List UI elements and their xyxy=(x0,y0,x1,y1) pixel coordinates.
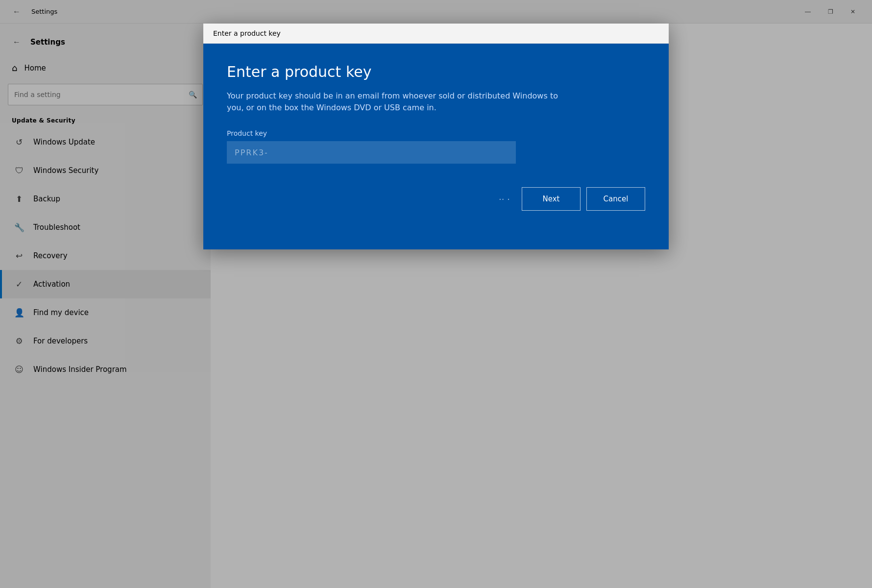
modal-titlebar: Enter a product key xyxy=(203,24,669,44)
modal-footer: ·· · Next Cancel xyxy=(227,187,645,211)
modal-desc: Your product key should be in an email f… xyxy=(227,90,560,114)
cancel-button[interactable]: Cancel xyxy=(586,187,645,211)
product-key-input[interactable] xyxy=(227,141,516,164)
modal-container: Enter a product key Enter a product key … xyxy=(203,24,669,249)
modal-title: Enter a product key xyxy=(227,63,645,80)
modal-body: Enter a product key Your product key sho… xyxy=(203,44,669,249)
next-button[interactable]: Next xyxy=(522,187,581,211)
product-key-label: Product key xyxy=(227,129,645,137)
spinner-icon: ·· · xyxy=(499,194,510,204)
modal-overlay: Enter a product key Enter a product key … xyxy=(0,0,872,588)
